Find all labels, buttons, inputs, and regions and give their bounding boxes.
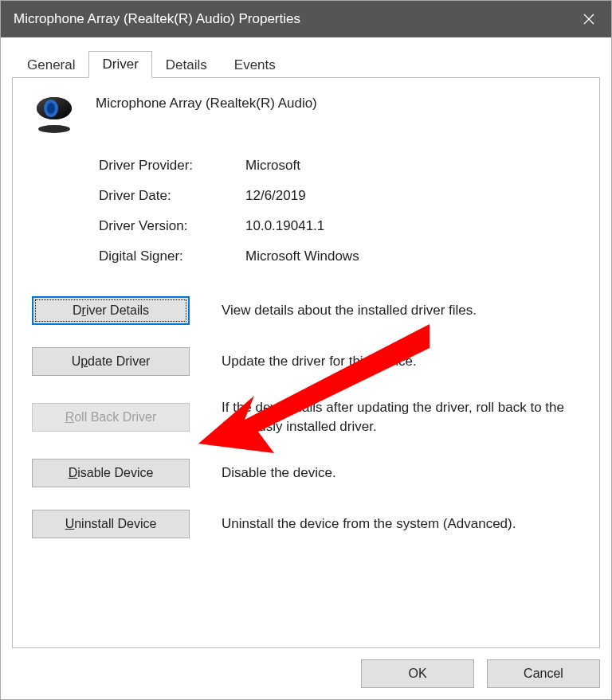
driver-date-label: Driver Date: <box>99 188 245 204</box>
disable-device-button[interactable]: Disable Device <box>32 459 190 487</box>
device-name: Microphone Array (Realtek(R) Audio) <box>96 94 317 111</box>
tabstrip: General Driver Details Events <box>14 50 600 77</box>
action-row-disable: Disable Device Disable the device. <box>32 459 580 487</box>
tab-panel-driver: Microphone Array (Realtek(R) Audio) Driv… <box>12 77 600 648</box>
uninstall-device-button[interactable]: Uninstall Device <box>32 510 190 538</box>
tab-driver[interactable]: Driver <box>88 51 151 78</box>
update-driver-button[interactable]: Update Driver <box>32 347 190 376</box>
driver-date-value: 12/6/2019 <box>245 188 580 204</box>
action-row-update: Update Driver Update the driver for this… <box>32 347 580 376</box>
action-row-uninstall: Uninstall Device Uninstall the device fr… <box>32 510 580 538</box>
driver-details-button[interactable]: Driver Details <box>32 296 190 325</box>
action-row-details: Driver Details View details about the in… <box>32 296 580 325</box>
svg-point-6 <box>47 103 55 114</box>
driver-actions: Driver Details View details about the in… <box>32 296 580 538</box>
tab-events[interactable]: Events <box>221 52 289 78</box>
uninstall-device-desc: Uninstall the device from the system (Ad… <box>222 514 580 534</box>
webcam-device-icon <box>32 94 76 134</box>
window-title: Microphone Array (Realtek(R) Audio) Prop… <box>14 11 300 27</box>
tab-general[interactable]: General <box>14 52 88 78</box>
roll-back-driver-desc: If the device fails after updating the d… <box>222 398 580 436</box>
driver-info-grid: Driver Provider: Microsoft Driver Date: … <box>99 158 580 264</box>
properties-window: Microphone Array (Realtek(R) Audio) Prop… <box>0 0 612 700</box>
update-driver-desc: Update the driver for this device. <box>222 352 580 371</box>
titlebar: Microphone Array (Realtek(R) Audio) Prop… <box>1 1 611 37</box>
tab-details[interactable]: Details <box>152 52 221 78</box>
disable-device-desc: Disable the device. <box>222 463 580 483</box>
driver-details-desc: View details about the installed driver … <box>222 301 580 320</box>
driver-version-value: 10.0.19041.1 <box>245 218 580 234</box>
driver-version-label: Driver Version: <box>99 218 245 234</box>
ok-button[interactable]: OK <box>361 659 474 688</box>
action-row-rollback: Roll Back Driver If the device fails aft… <box>32 398 580 436</box>
driver-provider-label: Driver Provider: <box>99 158 245 174</box>
device-header: Microphone Array (Realtek(R) Audio) <box>32 94 580 134</box>
digital-signer-value: Microsoft Windows <box>245 248 580 264</box>
dialog-buttons: OK Cancel <box>12 648 600 688</box>
cancel-button[interactable]: Cancel <box>487 659 600 688</box>
driver-provider-value: Microsoft <box>245 158 580 174</box>
svg-point-2 <box>38 125 70 133</box>
close-icon <box>583 14 594 25</box>
close-button[interactable] <box>567 1 611 37</box>
digital-signer-label: Digital Signer: <box>99 248 245 264</box>
client-area: General Driver Details Events <box>1 37 611 699</box>
roll-back-driver-button: Roll Back Driver <box>32 403 190 432</box>
